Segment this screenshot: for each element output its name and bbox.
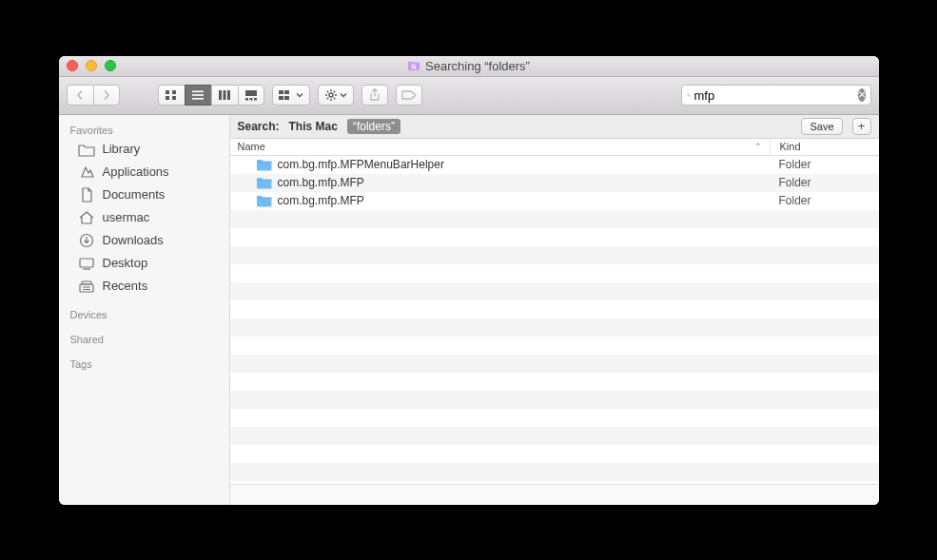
scope-thismac[interactable]: This Mac (289, 120, 338, 133)
table-row (230, 337, 879, 355)
table-row (230, 264, 879, 282)
table-row (230, 427, 879, 445)
sort-indicator: ⌃ (754, 142, 762, 151)
search-input[interactable] (694, 88, 854, 103)
svg-rect-14 (245, 90, 257, 96)
sidebar-header-shared: Shared (59, 330, 229, 347)
apps-icon (78, 164, 95, 180)
table-row[interactable]: com.bg.mfp.MFPMenuBarHelperFolder (230, 156, 879, 174)
svg-rect-1 (408, 62, 413, 65)
finder-window: Searching “folders” (59, 56, 879, 505)
svg-point-31 (687, 94, 689, 96)
sidebar: Favorites Library Applications Documents… (59, 115, 230, 505)
add-criteria-button[interactable]: + (852, 118, 871, 135)
toolbar: ✕ (59, 77, 879, 115)
cell-kind: Folder (770, 176, 879, 189)
column-view-button[interactable] (211, 85, 238, 106)
gallery-view-button[interactable] (238, 85, 264, 106)
svg-rect-20 (279, 96, 283, 100)
sidebar-header-devices: Devices (59, 305, 229, 322)
svg-rect-9 (192, 94, 204, 96)
search-scope-bar: Search: This Mac “folders” Save + (230, 115, 879, 139)
column-kind[interactable]: Kind (770, 139, 879, 155)
sidebar-item-recents[interactable]: Recents (59, 275, 229, 298)
cell-name: com.bg.mfp.MFP (230, 176, 770, 189)
sidebar-item-documents[interactable]: Documents (59, 183, 229, 206)
svg-rect-11 (219, 90, 222, 100)
table-row (230, 246, 879, 264)
table-row (230, 409, 879, 427)
column-name[interactable]: Name ⌃ (230, 141, 770, 152)
sidebar-item-applications[interactable]: Applications (59, 161, 229, 183)
forward-button[interactable] (93, 85, 120, 106)
svg-rect-19 (284, 90, 289, 94)
svg-rect-13 (227, 90, 230, 100)
sidebar-item-home[interactable]: usermac (59, 206, 229, 229)
table-row[interactable]: com.bg.mfp.MFPFolder (230, 192, 879, 210)
back-button[interactable] (67, 85, 93, 106)
chevron-down-icon (296, 91, 303, 99)
svg-rect-18 (279, 90, 283, 94)
doc-icon (78, 187, 95, 203)
chevron-down-icon (340, 91, 347, 99)
desktop-icon (78, 256, 95, 271)
share-button[interactable] (361, 85, 388, 106)
folder-icon (257, 195, 272, 207)
cell-name: com.bg.mfp.MFP (230, 194, 770, 207)
action-button[interactable] (318, 85, 354, 106)
table-row (230, 228, 879, 246)
table-row (230, 391, 879, 409)
sidebar-item-desktop[interactable]: Desktop (59, 252, 229, 275)
share-icon (369, 88, 381, 102)
svg-rect-21 (284, 96, 289, 100)
svg-rect-10 (192, 98, 204, 100)
arrange-button[interactable] (272, 85, 310, 106)
svg-point-22 (329, 93, 333, 97)
svg-line-27 (326, 91, 327, 92)
gear-icon (324, 88, 338, 102)
list-view-button[interactable] (185, 85, 211, 106)
table-row[interactable]: com.bg.mfp.MFPFolder (230, 174, 879, 192)
table-row (230, 282, 879, 300)
scope-folder[interactable]: “folders” (347, 119, 400, 134)
cell-name: com.bg.mfp.MFPMenuBarHelper (230, 158, 770, 171)
save-search-button[interactable]: Save (801, 118, 842, 135)
svg-rect-4 (166, 90, 169, 94)
svg-rect-34 (80, 259, 93, 267)
column-headers: Name ⌃ Kind (230, 139, 879, 156)
table-row (230, 373, 879, 391)
clear-search-button[interactable]: ✕ (858, 88, 866, 102)
recents-icon (78, 279, 95, 294)
svg-rect-7 (172, 96, 176, 100)
table-row (230, 445, 879, 463)
tag-icon (401, 89, 417, 101)
svg-rect-5 (172, 90, 176, 94)
svg-rect-6 (166, 96, 169, 100)
table-row (230, 355, 879, 373)
search-label: Search: (238, 120, 280, 133)
icon-view-button[interactable] (158, 85, 185, 106)
table-row (230, 210, 879, 228)
svg-rect-15 (245, 98, 248, 101)
sidebar-header-favorites: Favorites (59, 121, 229, 138)
search-field[interactable]: ✕ (681, 85, 871, 106)
sidebar-item-library[interactable]: Library (59, 138, 229, 161)
path-bar (230, 484, 879, 505)
body: Favorites Library Applications Documents… (59, 115, 879, 505)
svg-rect-37 (82, 281, 91, 284)
results-list[interactable]: com.bg.mfp.MFPMenuBarHelperFoldercom.bg.… (230, 156, 879, 484)
svg-rect-16 (249, 98, 252, 101)
sidebar-header-tags: Tags (59, 355, 229, 372)
nav-buttons (67, 85, 120, 106)
svg-line-28 (333, 98, 334, 99)
folder-icon (78, 142, 95, 157)
search-icon (687, 89, 691, 101)
folder-icon (257, 159, 272, 171)
tags-button[interactable] (396, 85, 422, 106)
svg-rect-8 (192, 91, 204, 93)
titlebar: Searching “folders” (59, 56, 879, 77)
cell-kind: Folder (770, 194, 879, 207)
sidebar-item-downloads[interactable]: Downloads (59, 229, 229, 252)
download-icon (78, 233, 95, 248)
svg-rect-36 (80, 284, 93, 292)
